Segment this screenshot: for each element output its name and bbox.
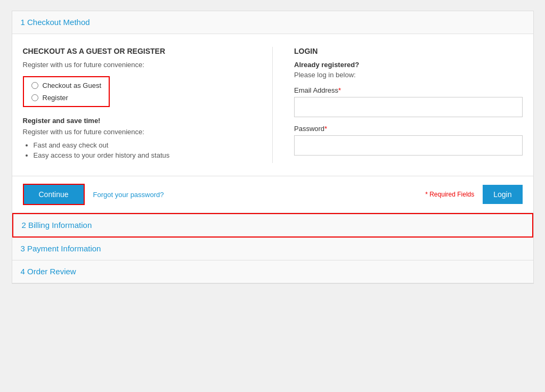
section-2: 2 Billing Information [12,213,533,238]
login-title: LOGIN [294,47,523,55]
guest-radio[interactable] [31,82,38,89]
section-1-title: 1 Checkout Method [21,18,90,27]
email-required-star: * [338,86,341,94]
register-option[interactable]: Register [31,94,102,102]
login-column: LOGIN Already registered? Please log in … [272,47,523,163]
checkout-options-group: Checkout as Guest Register [23,76,110,107]
email-label: Email Address* [294,86,523,94]
register-radio[interactable] [31,94,38,101]
already-registered-text: Already registered? [294,61,523,69]
password-required-star: * [324,125,327,133]
promo-item-1: Fast and easy check out [34,141,251,149]
password-input[interactable] [294,135,523,156]
required-fields-note: * Required Fields [173,191,475,198]
continue-button-wrapper: Continue [23,184,85,205]
section-3: 3 Payment Information [12,238,533,260]
guest-register-column: CHECKOUT AS A GUEST OR REGISTER Register… [23,47,251,163]
section-2-title: 2 Billing Information [22,220,92,230]
section-3-title: 3 Payment Information [21,244,101,253]
please-login-text: Please log in below: [294,71,523,79]
promo-item-2: Easy access to your order history and st… [34,151,251,159]
section-4-title: 4 Order Review [21,267,76,276]
forgot-password-link[interactable]: Forgot your password? [93,191,164,199]
promo-list: Fast and easy check out Easy access to y… [23,141,251,159]
register-label: Register [43,94,68,102]
section-1-header: 1 Checkout Method [12,11,533,34]
section-1-footer: Continue Forgot your password? * Require… [12,176,533,213]
guest-label: Checkout as Guest [43,81,102,89]
checkout-container: 1 Checkout Method CHECKOUT AS A GUEST OR… [12,11,534,284]
guest-register-subtitle: Register with us for future convenience: [23,61,251,69]
section-4: 4 Order Review [12,260,533,283]
section-1-body: CHECKOUT AS A GUEST OR REGISTER Register… [12,34,533,176]
checkout-as-guest-option[interactable]: Checkout as Guest [31,81,102,89]
login-button[interactable]: Login [483,185,522,204]
password-label: Password* [294,125,523,133]
continue-button[interactable]: Continue [24,185,84,204]
promo-subtitle: Register with us for future convenience: [23,128,251,136]
guest-register-title: CHECKOUT AS A GUEST OR REGISTER [23,47,251,55]
promo-title: Register and save time! [23,117,251,125]
email-input[interactable] [294,97,523,117]
